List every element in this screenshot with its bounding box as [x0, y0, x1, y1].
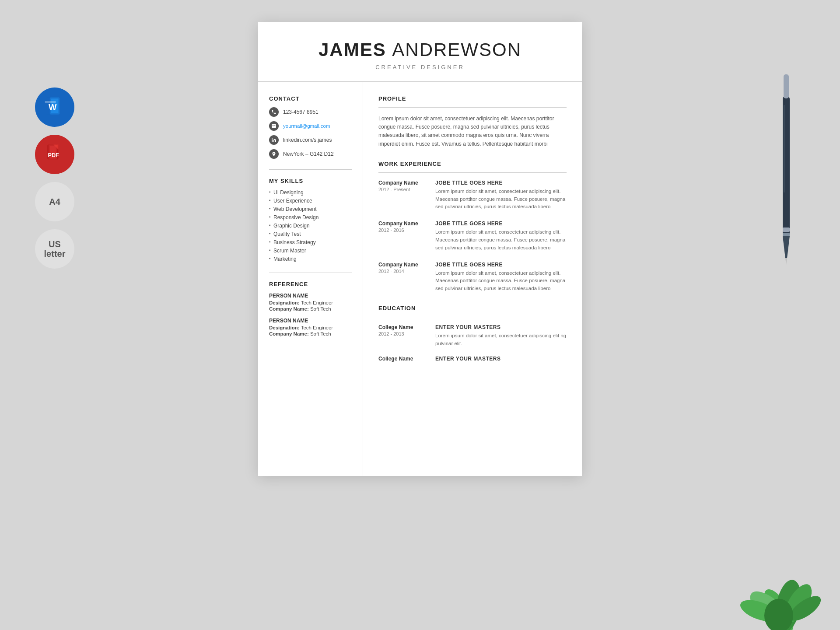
work-list: Company Name 2012 - Present JOBE TITLE G… — [378, 180, 567, 293]
a4-label: A4 — [49, 197, 60, 206]
resume-body: CONTACT 123-4567 8951 yourmail@gmail.com — [258, 82, 582, 476]
header-title: CREATIVE DESIGNER — [280, 64, 560, 70]
work-section-title: WORK EXPERIENCE — [378, 161, 567, 167]
work-experience-section: WORK EXPERIENCE Company Name 2012 - Pres… — [378, 161, 567, 293]
resume-right-column: PROFILE Lorem ipsum dolor sit amet, cons… — [363, 82, 582, 476]
work-right: JOBE TITLE GOES HERE Lorem ipsum dolor s… — [435, 220, 567, 252]
first-name: JAMES — [318, 39, 386, 60]
profile-section: PROFILE Lorem ipsum dolor sit amet, cons… — [378, 95, 567, 148]
email-icon — [269, 121, 279, 131]
location-text: NewYork – G142 D12 — [283, 151, 334, 157]
profile-divider — [378, 107, 567, 108]
education-section-title: EDUCATION — [378, 305, 567, 312]
left-divider-2 — [269, 273, 352, 273]
work-dates: 2012 - Present — [378, 187, 427, 192]
edu-college: College Name — [378, 356, 427, 362]
edu-college: College Name — [378, 324, 427, 330]
side-icons-panel: W PDF A4 USletter — [35, 88, 74, 269]
work-left: Company Name 2012 - 2016 — [378, 220, 427, 252]
pen-decoration — [777, 70, 796, 289]
education-section: EDUCATION College Name 2012 - 2013 ENTER… — [378, 305, 567, 364]
word-icon-button[interactable]: W — [35, 88, 74, 127]
skill-item: Web Development — [269, 206, 352, 212]
work-left: Company Name 2012 - Present — [378, 180, 427, 211]
contact-phone: 123-4567 8951 — [269, 107, 352, 117]
contact-email: yourmail@gmail.com — [269, 121, 352, 131]
svg-text:PDF: PDF — [48, 152, 59, 158]
ref-name: PERSON NAME — [269, 318, 352, 324]
reference-list: PERSON NAME Designation: Tech Engineer C… — [269, 293, 352, 336]
svg-text:W: W — [49, 102, 57, 112]
work-company: Company Name — [378, 220, 427, 227]
work-description: Lorem ipsum dolor sit amet, consectetuer… — [435, 270, 567, 293]
reference-section-title: REFERENCE — [269, 281, 352, 287]
left-divider-1 — [269, 169, 352, 170]
skills-list: UI DesigningUser ExperienceWeb Developme… — [269, 189, 352, 262]
skill-item: Scrum Master — [269, 248, 352, 254]
linkedin-text: linkedin.com/s.james — [283, 137, 332, 143]
svg-rect-4 — [45, 101, 56, 103]
email-link[interactable]: yourmail@gmail.com — [283, 123, 330, 129]
phone-text: 123-4567 8951 — [283, 109, 318, 115]
profile-section-title: PROFILE — [378, 95, 567, 102]
resume-header: JAMES ANDREWSON CREATIVE DESIGNER — [258, 22, 582, 82]
svg-rect-15 — [784, 105, 785, 192]
education-list: College Name 2012 - 2013 ENTER YOUR MAST… — [378, 324, 567, 364]
work-job-title: JOBE TITLE GOES HERE — [435, 180, 567, 186]
edu-description: Lorem ipsum dolor sit amet, consectetuer… — [435, 332, 567, 348]
work-dates: 2012 - 2016 — [378, 228, 427, 233]
svg-rect-12 — [784, 74, 789, 98]
work-right: JOBE TITLE GOES HERE Lorem ipsum dolor s… — [435, 180, 567, 211]
work-divider — [378, 172, 567, 173]
header-name: JAMES ANDREWSON — [280, 39, 560, 60]
work-right: JOBE TITLE GOES HERE Lorem ipsum dolor s… — [435, 262, 567, 293]
education-entry: College Name 2012 - 2013 ENTER YOUR MAST… — [378, 324, 567, 348]
work-description: Lorem ipsum dolor sit amet, consectetuer… — [435, 188, 567, 211]
svg-rect-17 — [783, 233, 790, 236]
skill-item: Business Strategy — [269, 239, 352, 245]
resume-document: JAMES ANDREWSON CREATIVE DESIGNER CONTAC… — [258, 22, 582, 476]
work-left: Company Name 2012 - 2014 — [378, 262, 427, 293]
svg-rect-16 — [783, 228, 790, 232]
last-name: ANDREWSON — [392, 39, 522, 60]
ref-name: PERSON NAME — [269, 293, 352, 299]
skill-item: Graphic Design — [269, 223, 352, 229]
linkedin-icon — [269, 135, 279, 145]
profile-text: Lorem ipsum dolor sit amet, consectetuer… — [378, 115, 567, 148]
ref-company: Company Name: Soft Tech — [269, 306, 352, 312]
contact-section-title: CONTACT — [269, 95, 352, 102]
work-entry: Company Name 2012 - 2014 JOBE TITLE GOES… — [378, 262, 567, 293]
edu-right: ENTER YOUR MASTERS — [435, 356, 500, 364]
location-icon — [269, 149, 279, 159]
skill-item: Quality Test — [269, 231, 352, 237]
us-letter-icon-button[interactable]: USletter — [35, 229, 74, 269]
resume-left-column: CONTACT 123-4567 8951 yourmail@gmail.com — [258, 82, 363, 476]
svg-marker-14 — [785, 258, 787, 265]
contact-linkedin: linkedin.com/s.james — [269, 135, 352, 145]
edu-degree: ENTER YOUR MASTERS — [435, 324, 567, 330]
plant-decoration — [731, 534, 827, 630]
a4-icon-button[interactable]: A4 — [35, 182, 74, 221]
education-divider — [378, 317, 567, 317]
work-company: Company Name — [378, 180, 427, 186]
skill-item: User Experience — [269, 198, 352, 204]
work-entry: Company Name 2012 - Present JOBE TITLE G… — [378, 180, 567, 211]
edu-left: College Name 2012 - 2013 — [378, 324, 427, 348]
work-company: Company Name — [378, 262, 427, 268]
education-entry: College Name ENTER YOUR MASTERS — [378, 356, 567, 364]
work-job-title: JOBE TITLE GOES HERE — [435, 220, 567, 227]
contact-section: CONTACT 123-4567 8951 yourmail@gmail.com — [269, 95, 352, 159]
pdf-icon-button[interactable]: PDF — [35, 135, 74, 174]
work-description: Lorem ipsum dolor sit amet, consectetuer… — [435, 228, 567, 252]
skill-item: UI Designing — [269, 189, 352, 196]
edu-degree: ENTER YOUR MASTERS — [435, 356, 500, 362]
skill-item: Marketing — [269, 256, 352, 262]
edu-right: ENTER YOUR MASTERS Lorem ipsum dolor sit… — [435, 324, 567, 348]
work-dates: 2012 - 2014 — [378, 269, 427, 274]
skills-section: MY SKILLS UI DesigningUser ExperienceWeb… — [269, 178, 352, 262]
edu-left: College Name — [378, 356, 427, 364]
edu-dates: 2012 - 2013 — [378, 331, 427, 336]
us-label: USletter — [44, 239, 66, 259]
skills-section-title: MY SKILLS — [269, 178, 352, 184]
work-entry: Company Name 2012 - 2016 JOBE TITLE GOES… — [378, 220, 567, 252]
